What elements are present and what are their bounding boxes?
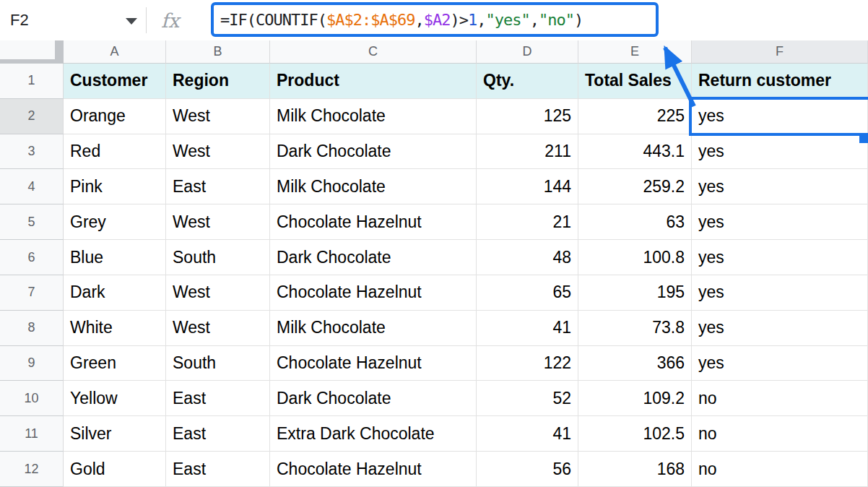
formula-segment: =IF(COUNTIF( bbox=[220, 11, 326, 29]
cell-B5[interactable]: West bbox=[166, 204, 270, 240]
cell-F10[interactable]: no bbox=[692, 381, 868, 416]
cell-B2[interactable]: West bbox=[166, 99, 270, 134]
cell-B3[interactable]: West bbox=[166, 134, 270, 170]
select-all-corner[interactable] bbox=[0, 40, 64, 64]
cell-C2[interactable]: Milk Chocolate bbox=[270, 99, 477, 134]
cell-F8[interactable]: yes bbox=[692, 311, 868, 346]
column-header-A[interactable]: A bbox=[64, 40, 166, 64]
cell-D10[interactable]: 52 bbox=[477, 381, 578, 416]
row-header-11[interactable]: 11 bbox=[0, 416, 64, 452]
row-header-4[interactable]: 4 bbox=[0, 169, 64, 204]
cell-E6[interactable]: 100.8 bbox=[578, 240, 692, 275]
cell-E4[interactable]: 259.2 bbox=[578, 169, 692, 204]
cell-E1[interactable]: Total Sales bbox=[578, 64, 692, 99]
cell-F7[interactable]: yes bbox=[692, 275, 868, 311]
cell-B12[interactable]: East bbox=[166, 452, 270, 487]
cell-E10[interactable]: 109.2 bbox=[578, 381, 692, 416]
formula-input[interactable]: =IF(COUNTIF($A$2:$A$69,$A2)>1,"yes","no"… bbox=[211, 2, 659, 37]
cell-E8[interactable]: 73.8 bbox=[578, 311, 692, 346]
cell-C5[interactable]: Chocolate Hazelnut bbox=[270, 204, 477, 240]
cell-B4[interactable]: East bbox=[166, 169, 270, 204]
cell-A3[interactable]: Red bbox=[64, 134, 166, 170]
cell-A2[interactable]: Orange bbox=[64, 99, 166, 134]
cell-B8[interactable]: West bbox=[166, 311, 270, 346]
cell-E9[interactable]: 366 bbox=[578, 346, 692, 382]
row-header-8[interactable]: 8 bbox=[0, 311, 64, 346]
cell-F5[interactable]: yes bbox=[692, 204, 868, 240]
cell-D1[interactable]: Qty. bbox=[477, 64, 578, 99]
row-header-1[interactable]: 1 bbox=[0, 64, 64, 99]
cell-C3[interactable]: Dark Chocolate bbox=[270, 134, 477, 170]
cell-E12[interactable]: 168 bbox=[578, 452, 692, 487]
row-header-12[interactable]: 12 bbox=[0, 452, 64, 487]
cell-reference-box[interactable]: F2 bbox=[0, 0, 146, 40]
formula-segment: "no" bbox=[539, 11, 574, 29]
cell-E2[interactable]: 225 bbox=[578, 99, 692, 134]
cell-D2[interactable]: 125 bbox=[477, 99, 578, 134]
cell-D7[interactable]: 65 bbox=[477, 275, 578, 311]
cell-F11[interactable]: no bbox=[692, 416, 868, 452]
cell-D8[interactable]: 41 bbox=[477, 311, 578, 346]
cell-A6[interactable]: Blue bbox=[64, 240, 166, 275]
cell-D11[interactable]: 41 bbox=[477, 416, 578, 452]
cell-A12[interactable]: Gold bbox=[64, 452, 166, 487]
cell-C4[interactable]: Milk Chocolate bbox=[270, 169, 477, 204]
cell-A9[interactable]: Green bbox=[64, 346, 166, 382]
cell-A1[interactable]: Customer bbox=[64, 64, 166, 99]
cell-C11[interactable]: Extra Dark Chocolate bbox=[270, 416, 477, 452]
cell-A4[interactable]: Pink bbox=[64, 169, 166, 204]
cell-A7[interactable]: Dark bbox=[64, 275, 166, 311]
cell-C1[interactable]: Product bbox=[270, 64, 477, 99]
cell-B1[interactable]: Region bbox=[166, 64, 270, 99]
cell-E5[interactable]: 63 bbox=[578, 204, 692, 240]
cell-D9[interactable]: 122 bbox=[477, 346, 578, 382]
cell-F12[interactable]: no bbox=[692, 452, 868, 487]
cell-F3[interactable]: yes bbox=[692, 134, 868, 170]
cell-F2[interactable]: yes bbox=[692, 99, 868, 134]
table-row: 2OrangeWestMilk Chocolate125225yes bbox=[0, 99, 868, 134]
cell-F9[interactable]: yes bbox=[692, 346, 868, 382]
column-header-C[interactable]: C bbox=[270, 40, 477, 64]
column-header-E[interactable]: E bbox=[578, 40, 692, 64]
cell-B9[interactable]: South bbox=[166, 346, 270, 382]
cell-A8[interactable]: White bbox=[64, 311, 166, 346]
cell-A5[interactable]: Grey bbox=[64, 204, 166, 240]
row-header-3[interactable]: 3 bbox=[0, 134, 64, 170]
column-header-D[interactable]: D bbox=[477, 40, 578, 64]
cell-B10[interactable]: East bbox=[166, 381, 270, 416]
cell-E11[interactable]: 102.5 bbox=[578, 416, 692, 452]
cell-F1[interactable]: Return customer bbox=[692, 64, 868, 99]
cell-C12[interactable]: Chocolate Hazelnut bbox=[270, 452, 477, 487]
cell-D6[interactable]: 48 bbox=[477, 240, 578, 275]
row-header-6[interactable]: 6 bbox=[0, 240, 64, 275]
cell-B11[interactable]: East bbox=[166, 416, 270, 452]
fill-handle[interactable] bbox=[859, 133, 868, 143]
table-row: 7DarkWestChocolate Hazelnut65195yes bbox=[0, 275, 868, 311]
cell-A10[interactable]: Yellow bbox=[64, 381, 166, 416]
row-header-5[interactable]: 5 bbox=[0, 204, 64, 240]
row-header-2[interactable]: 2 bbox=[0, 99, 64, 134]
row-header-7[interactable]: 7 bbox=[0, 275, 64, 311]
column-header-F[interactable]: F bbox=[692, 40, 868, 64]
name-box-dropdown-icon[interactable] bbox=[126, 18, 137, 25]
cell-C6[interactable]: Dark Chocolate bbox=[270, 240, 477, 275]
cell-E7[interactable]: 195 bbox=[578, 275, 692, 311]
cell-E3[interactable]: 443.1 bbox=[578, 134, 692, 170]
cell-D5[interactable]: 21 bbox=[477, 204, 578, 240]
cell-F4[interactable]: yes bbox=[692, 169, 868, 204]
cell-B7[interactable]: West bbox=[166, 275, 270, 311]
cell-C7[interactable]: Chocolate Hazelnut bbox=[270, 275, 477, 311]
cell-C10[interactable]: Dark Chocolate bbox=[270, 381, 477, 416]
cell-C8[interactable]: Milk Chocolate bbox=[270, 311, 477, 346]
cell-D3[interactable]: 211 bbox=[477, 134, 578, 170]
row-header-9[interactable]: 9 bbox=[0, 346, 64, 382]
row-header-10[interactable]: 10 bbox=[0, 381, 64, 416]
formula-segment: ) bbox=[574, 11, 583, 29]
cell-D4[interactable]: 144 bbox=[477, 169, 578, 204]
cell-B6[interactable]: South bbox=[166, 240, 270, 275]
cell-F6[interactable]: yes bbox=[692, 240, 868, 275]
cell-D12[interactable]: 56 bbox=[477, 452, 578, 487]
cell-C9[interactable]: Chocolate Hazelnut bbox=[270, 346, 477, 382]
column-header-B[interactable]: B bbox=[166, 40, 270, 64]
cell-A11[interactable]: Silver bbox=[64, 416, 166, 452]
